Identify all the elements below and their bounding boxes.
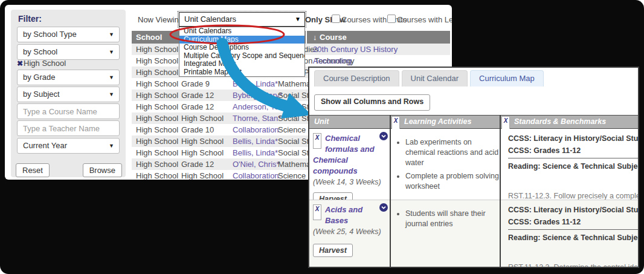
remove-unit-icon[interactable]: X	[313, 133, 321, 149]
school-cell: High School	[136, 158, 178, 170]
selected-school-chip: ✖High School	[17, 59, 66, 68]
unit-weeks: (Week 14, 3 Weeks)	[313, 178, 387, 187]
teacher-link[interactable]: O'Niel, Chris*	[233, 158, 280, 170]
activity-item: Students will share their journal entrie…	[405, 209, 500, 229]
reset-button[interactable]: Reset	[16, 163, 50, 177]
school-cell: High School	[136, 124, 178, 135]
remove-unit-icon[interactable]: X	[313, 204, 321, 220]
teacher-name-input[interactable]	[17, 120, 120, 136]
screenshot-frame: Filter: by School Type ▼ by School ▼ ✖Hi…	[0, 0, 644, 274]
unit-row: X Acids and Bases (Week 25, 4 Weeks) Har…	[309, 200, 638, 267]
chevron-down-icon: ▼	[109, 70, 114, 85]
harvest-button[interactable]: Harvest	[313, 244, 353, 257]
teacher-link[interactable]: Collaboration	[233, 124, 279, 135]
year-select[interactable]: Current Year ▼	[17, 138, 120, 154]
courses-with-lessons-label: Courses with Les	[397, 15, 452, 24]
learning-activities-cell: Students will share their journal entrie…	[391, 200, 500, 232]
learning-activities-column-header: Learning Activities	[404, 117, 471, 126]
selected-school-chip-label: High School	[24, 59, 66, 68]
school-cell: High School	[136, 101, 178, 113]
grade-select[interactable]: by Grade ▼	[17, 70, 120, 85]
grade-cell: Grade 10	[181, 124, 214, 135]
unit-title-link[interactable]: Chemical formulas and Chemical compounds	[313, 134, 375, 175]
year-select-value: Current Year	[23, 141, 67, 150]
standard-set: CCSS: Literacy in History/Social Studies…	[508, 134, 638, 144]
grade-select-value: by Grade	[23, 73, 55, 82]
standard-detail: RST.11-12.2. Determine the central ideas…	[508, 263, 638, 268]
tab-curriculum-map[interactable]: Curriculum Map	[470, 70, 544, 86]
teacher-link[interactable]: Bellis, Linda*	[233, 135, 278, 147]
courses-with-lessons-checkbox[interactable]	[387, 15, 396, 23]
grade-cell: High School	[181, 135, 224, 147]
annotation-arrow	[195, 34, 321, 125]
unit-title-link[interactable]: Acids and Bases	[325, 205, 362, 225]
tab-bar: Course Description Unit Calendar Curricu…	[314, 70, 544, 86]
standards-cell: CCSS: Literacy in History/Social Studies…	[508, 134, 638, 201]
chevron-down-icon: ▼	[109, 45, 114, 59]
browse-button[interactable]: Browse	[83, 163, 122, 177]
standard-set: CCSS: Literacy in History/Social Studies…	[508, 205, 638, 215]
column-divider	[500, 115, 501, 267]
tab-course-description[interactable]: Course Description	[314, 70, 399, 86]
unit-cell: X Acids and Bases (Week 25, 4 Weeks) Har…	[313, 204, 387, 257]
standards-column-header: Standards & Benchmarks	[514, 117, 606, 126]
collapse-unit-icon[interactable]	[379, 132, 388, 140]
grade-cell: High School	[181, 170, 224, 180]
activity-item: Complete a problem solving worksheet	[405, 171, 500, 192]
school-select-value: by School	[23, 47, 57, 56]
school-cell: High School	[136, 55, 178, 67]
school-cell: High School	[136, 67, 178, 78]
subject-select-value: by Subject	[23, 90, 60, 99]
school-cell: High School	[136, 113, 178, 124]
teacher-link[interactable]: Bellis, Linda*	[233, 147, 278, 158]
learning-activities-cell: Lab experiments on chemical reactions an…	[391, 129, 500, 195]
now-viewing-label: Now Viewing:	[138, 15, 185, 24]
standard-grades: CCSS: Grades 11-12	[508, 217, 638, 230]
teacher-link[interactable]: Collaboration	[233, 170, 279, 180]
school-cell: High School	[136, 147, 178, 158]
subject-cell: Science	[278, 124, 306, 135]
tab-unit-calendar[interactable]: Unit Calendar	[402, 70, 468, 86]
activity-item: Lab experiments on chemical reactions an…	[405, 137, 500, 168]
subject-select[interactable]: by Subject ▼	[17, 86, 120, 102]
curriculum-map-panel: Course Description Unit Calendar Curricu…	[308, 67, 639, 268]
course-name-input[interactable]	[17, 103, 120, 119]
subject-cell: Science	[278, 170, 306, 180]
grade-cell: Grade 12	[181, 158, 214, 170]
course-link[interactable]: 20th Century US History	[313, 44, 398, 55]
standard-grades: CCSS: Grades 11-12	[508, 146, 638, 158]
school-cell: High School	[136, 170, 178, 180]
chevron-down-icon: ▼	[295, 13, 301, 26]
filter-panel: Filter: by School Type ▼ by School ▼ ✖Hi…	[11, 10, 126, 177]
chevron-down-icon: ▼	[109, 27, 114, 42]
view-select-value: Unit Calendars	[184, 15, 236, 24]
school-type-select[interactable]: by School Type ▼	[17, 27, 120, 42]
school-cell: High School	[136, 90, 178, 101]
show-all-columns-rows-button[interactable]: Show all Columns and Rows	[314, 94, 430, 111]
standard-strand: Reading: Science & Technical Subjects	[508, 233, 638, 243]
grade-cell: High School	[181, 147, 224, 158]
unit-row: X Chemical formulas and Chemical compoun…	[309, 129, 638, 200]
course-column-header[interactable]: ↓ Course	[307, 31, 450, 44]
column-divider	[390, 115, 391, 267]
chevron-down-icon: ▼	[109, 87, 114, 102]
remove-filter-icon[interactable]: ✖	[17, 59, 23, 68]
unit-column-header: Unit	[314, 117, 329, 126]
collapse-unit-icon[interactable]	[379, 203, 388, 212]
school-cell: High School	[136, 135, 178, 147]
school-cell: High School	[136, 78, 178, 90]
chevron-down-icon: ▼	[109, 139, 114, 153]
unit-cell: X Chemical formulas and Chemical compoun…	[313, 132, 387, 206]
standard-strand: Reading: Science & Technical Subjects	[508, 161, 638, 172]
standards-cell: CCSS: Literacy in History/Social Studies…	[508, 205, 638, 268]
school-type-select-value: by School Type	[23, 30, 77, 39]
filter-panel-title: Filter:	[18, 14, 42, 24]
unit-weeks: (Week 25, 4 Weeks)	[313, 227, 387, 236]
school-select[interactable]: by School ▼	[17, 44, 120, 60]
courses-with-units-checkbox[interactable]	[332, 15, 340, 23]
